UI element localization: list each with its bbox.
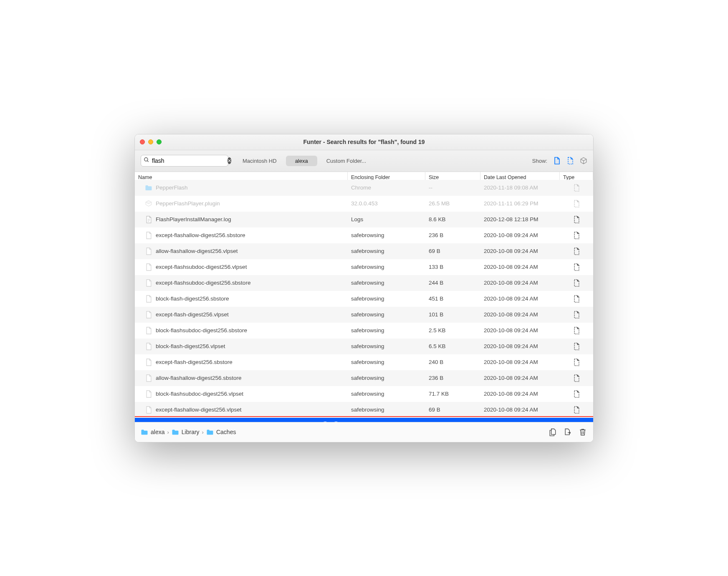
- quicklook-icon[interactable]: [321, 422, 329, 422]
- result-row[interactable]: block-flashsubdoc-digest256.vlpsetsafebr…: [135, 386, 593, 402]
- hidden-file-icon: [560, 184, 593, 192]
- show-packages-button[interactable]: [580, 157, 587, 165]
- result-row[interactable]: block-flashsubdoc-digest256.sbstoresafeb…: [135, 323, 593, 339]
- cell-size: 236 B: [425, 375, 480, 381]
- scope-macintosh-hd[interactable]: Macintosh HD: [233, 156, 286, 166]
- result-row[interactable]: allow-flashallow-digest256.sbstoresafebr…: [135, 370, 593, 386]
- cell-size: 101 B: [425, 311, 480, 318]
- scope-selector: Macintosh HDalexaCustom Folder...: [233, 156, 375, 166]
- file-name: except-flashallow-digest256.sbstore: [156, 232, 245, 238]
- cell-enc: safebrowsing: [348, 375, 425, 381]
- blank-icon: [145, 311, 152, 319]
- search-field[interactable]: ✕: [141, 155, 228, 167]
- result-row[interactable]: com.adobe.flashplayer.installmanagerCach…: [135, 418, 593, 422]
- cell-date: 2020-10-08 09:24 AM: [480, 232, 560, 238]
- cell-size: 451 B: [425, 296, 480, 302]
- cell-enc: safebrowsing: [348, 232, 425, 238]
- hidden-file-icon: [560, 327, 593, 334]
- file-name: allow-flashallow-digest256.vlpset: [156, 248, 238, 254]
- copy-button[interactable]: [548, 427, 557, 437]
- folder-icon: [145, 184, 152, 192]
- footer: alexa›Library›Caches: [135, 422, 593, 442]
- cell-date: 2020-10-08 09:24 AM: [480, 407, 560, 413]
- breadcrumb-item[interactable]: alexa: [141, 429, 164, 435]
- breadcrumb-item[interactable]: Caches: [206, 429, 236, 435]
- cell-enc: Chrome: [348, 184, 425, 191]
- clear-search-button[interactable]: ✕: [228, 157, 231, 164]
- breadcrumb-item[interactable]: Library: [172, 429, 200, 435]
- cell-date: 2020-10-08 09:24 AM: [480, 280, 560, 286]
- cell-enc: safebrowsing: [348, 248, 425, 254]
- file-name: block-flashsubdoc-digest256.sbstore: [156, 327, 247, 333]
- search-input[interactable]: [152, 157, 225, 164]
- blank-icon: [145, 390, 152, 398]
- hidden-file-icon: [560, 295, 593, 303]
- zoom-window-button[interactable]: [157, 139, 162, 144]
- cell-date: 2020-10-08 09:24 AM: [480, 296, 560, 302]
- close-window-button[interactable]: [140, 139, 145, 144]
- path-breadcrumbs: alexa›Library›Caches: [141, 429, 236, 435]
- show-visible-files-button[interactable]: [553, 157, 561, 165]
- result-row[interactable]: except-flashsubdoc-digest256.sbstoresafe…: [135, 275, 593, 291]
- result-row[interactable]: except-flashallow-digest256.vlpsetsafebr…: [135, 402, 593, 418]
- scope-alexa[interactable]: alexa: [286, 156, 317, 166]
- cell-size: 69 B: [425, 248, 480, 254]
- hidden-file-icon: [560, 390, 593, 398]
- hidden-file-icon: [560, 374, 593, 382]
- cell-date: 2020-12-08 12:18 PM: [480, 216, 560, 222]
- minimize-window-button[interactable]: [148, 139, 153, 144]
- blank-icon: [145, 231, 152, 240]
- cell-size: 6.5 KB: [425, 343, 480, 349]
- hidden-file-icon: [560, 279, 593, 287]
- cell-date: 2020-10-08 09:24 AM: [480, 359, 560, 365]
- folder-icon: [145, 422, 152, 422]
- show-hidden-files-button[interactable]: [566, 157, 574, 165]
- titlebar: Funter - Search results for "flash", fou…: [135, 134, 593, 150]
- hidden-file-icon: [560, 359, 593, 366]
- reveal-icon[interactable]: [332, 422, 340, 422]
- cell-date: 2020-10-08 09:24 AM: [480, 327, 560, 333]
- cell-size: 244 B: [425, 280, 480, 286]
- file-name: allow-flashallow-digest256.sbstore: [156, 375, 242, 381]
- cell-size: 69 B: [425, 407, 480, 413]
- trash-button[interactable]: [578, 427, 587, 437]
- file-name: except-flashsubdoc-digest256.sbstore: [156, 280, 250, 286]
- scope-custom-folder-[interactable]: Custom Folder...: [317, 156, 375, 166]
- file-name: except-flashallow-digest256.vlpset: [156, 407, 242, 413]
- cell-date: 2020-10-08 09:24 AM: [480, 391, 560, 397]
- cell-date: 2020-10-08 09:24 AM: [480, 375, 560, 381]
- svg-point-0: [144, 158, 148, 161]
- blank-icon: [145, 279, 152, 287]
- result-row[interactable]: PepperFlashPlayer.plugin32.0.0.45326.5 M…: [135, 196, 593, 212]
- cell-enc: safebrowsing: [348, 327, 425, 333]
- cell-enc: safebrowsing: [348, 311, 425, 318]
- cell-date: 2020-11-11 06:29 PM: [480, 200, 560, 207]
- result-row[interactable]: except-flash-digest256.sbstoresafebrowsi…: [135, 354, 593, 370]
- result-row[interactable]: except-flashallow-digest256.sbstoresafeb…: [135, 227, 593, 243]
- result-row[interactable]: block-flash-digest256.vlpsetsafebrowsing…: [135, 339, 593, 354]
- file-name: block-flashsubdoc-digest256.vlpset: [156, 391, 243, 397]
- result-row[interactable]: except-flash-digest256.vlpsetsafebrowsin…: [135, 307, 593, 323]
- result-row[interactable]: FlashPlayerInstallManager.logLogs8.6 KB2…: [135, 212, 593, 227]
- result-row[interactable]: PepperFlashChrome--2020-11-18 09:08 AM: [135, 180, 593, 196]
- cell-enc: 32.0.0.453: [348, 200, 425, 207]
- cell-size: 240 B: [425, 359, 480, 365]
- hidden-file-icon: [560, 343, 593, 350]
- app-window: Funter - Search results for "flash", fou…: [134, 134, 594, 442]
- result-row[interactable]: except-flashsubdoc-digest256.vlpsetsafeb…: [135, 259, 593, 275]
- move-button[interactable]: [563, 427, 572, 437]
- file-name: except-flash-digest256.sbstore: [156, 359, 233, 365]
- cell-enc: Logs: [348, 216, 425, 222]
- hidden-file-icon: [560, 311, 593, 318]
- blank-icon: [145, 374, 152, 382]
- doc-icon: [145, 215, 152, 224]
- toolbar: ✕ Macintosh HDalexaCustom Folder... Show…: [135, 150, 593, 172]
- results-list: PepperFlashChrome--2020-11-18 09:08 AMPe…: [135, 180, 593, 422]
- file-name: except-flash-digest256.vlpset: [156, 311, 229, 318]
- result-row[interactable]: block-flash-digest256.sbstoresafebrowsin…: [135, 291, 593, 307]
- file-name: FlashPlayerInstallManager.log: [156, 216, 231, 222]
- cell-date: 2020-10-08 09:24 AM: [480, 248, 560, 254]
- blank-icon: [145, 295, 152, 303]
- result-row[interactable]: allow-flashallow-digest256.vlpsetsafebro…: [135, 243, 593, 259]
- window-title: Funter - Search results for "flash", fou…: [135, 139, 593, 145]
